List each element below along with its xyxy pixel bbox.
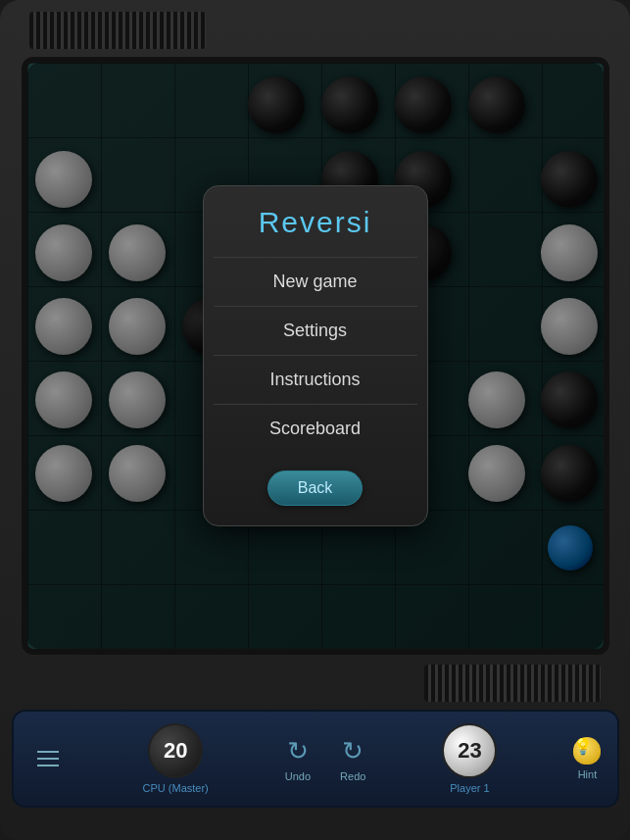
hamburger-line [37, 758, 59, 760]
menu-overlay: Reversi New game Settings Instructions S… [27, 63, 604, 649]
cpu-score-circle: 20 [148, 723, 203, 778]
cpu-score-label: CPU (Master) [143, 782, 209, 794]
redo-button[interactable]: ↻ Redo [340, 736, 365, 782]
bottom-bar: 20 CPU (Master) ↺ Undo ↻ Redo 23 Player … [12, 710, 619, 808]
cpu-score-value: 20 [164, 738, 187, 764]
redo-label: Redo [340, 770, 365, 782]
player-score-section: 23 Player 1 [442, 723, 497, 794]
top-vent [29, 12, 206, 49]
cpu-score-section: 20 CPU (Master) [143, 723, 209, 794]
controls: ↺ Undo ↻ Redo [285, 736, 366, 782]
undo-label: Undo [285, 770, 311, 782]
menu-dialog: Reversi New game Settings Instructions S… [203, 185, 428, 526]
menu-title: Reversi [259, 206, 372, 239]
hamburger-line [37, 751, 59, 753]
settings-button[interactable]: Settings [214, 306, 417, 355]
hamburger-menu[interactable] [29, 743, 67, 774]
undo-icon: ↺ [287, 736, 309, 766]
redo-icon: ↻ [342, 736, 363, 766]
board-container: Reversi New game Settings Instructions S… [22, 57, 609, 655]
bottom-vent [424, 665, 601, 702]
player-score-value: 23 [458, 738, 481, 764]
undo-button[interactable]: ↺ Undo [285, 736, 311, 782]
hint-button[interactable]: 💡 Hint [573, 737, 601, 780]
hint-icon: 💡 [573, 737, 601, 765]
player-score-label: Player 1 [450, 782, 489, 794]
player-score-circle: 23 [442, 723, 497, 778]
scoreboard-button[interactable]: Scoreboard [214, 404, 417, 453]
instructions-button[interactable]: Instructions [214, 355, 417, 404]
new-game-button[interactable]: New game [214, 257, 417, 306]
device-body: Reversi New game Settings Instructions S… [0, 0, 630, 840]
hamburger-line [37, 765, 59, 766]
hint-label: Hint [578, 768, 598, 780]
back-button[interactable]: Back [267, 470, 363, 506]
